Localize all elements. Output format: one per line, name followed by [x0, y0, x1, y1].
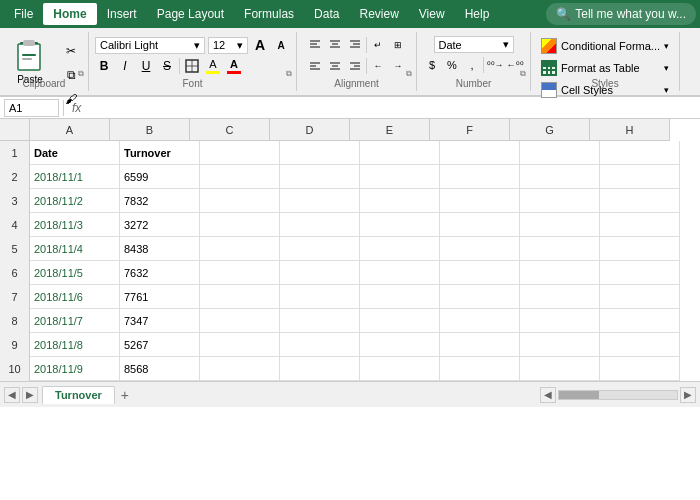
empty-cell[interactable] [360, 237, 440, 261]
empty-cell[interactable] [440, 165, 520, 189]
align-center-button[interactable] [326, 57, 344, 75]
empty-cell[interactable] [200, 285, 280, 309]
date-cell[interactable]: 2018/11/8 [30, 333, 120, 357]
tab-scroll-left[interactable]: ◀ [4, 387, 20, 403]
h-scrollbar[interactable] [558, 390, 678, 400]
empty-cell[interactable] [600, 309, 680, 333]
turnover-cell[interactable]: 7632 [120, 261, 200, 285]
col-header-h[interactable]: H [590, 119, 670, 141]
empty-cell[interactable] [440, 261, 520, 285]
empty-cell[interactable] [600, 357, 680, 381]
date-cell[interactable]: 2018/11/7 [30, 309, 120, 333]
font-color-button[interactable]: A [225, 57, 243, 75]
header-cell[interactable]: Turnover [120, 141, 200, 165]
col-header-d[interactable]: D [270, 119, 350, 141]
turnover-cell[interactable]: 7347 [120, 309, 200, 333]
col-header-a[interactable]: A [30, 119, 110, 141]
empty-cell[interactable] [280, 237, 360, 261]
date-cell[interactable]: 2018/11/6 [30, 285, 120, 309]
sheet-tab-turnover[interactable]: Turnover [42, 386, 115, 404]
row-number[interactable]: 7 [0, 285, 30, 309]
empty-cell[interactable] [600, 165, 680, 189]
empty-cell[interactable] [200, 357, 280, 381]
decrease-indent-button[interactable]: ← [369, 57, 387, 75]
empty-cell[interactable] [520, 261, 600, 285]
date-cell[interactable]: 2018/11/2 [30, 189, 120, 213]
menu-insert[interactable]: Insert [97, 3, 147, 25]
empty-cell[interactable] [440, 285, 520, 309]
menu-file[interactable]: File [4, 3, 43, 25]
empty-cell[interactable] [200, 141, 280, 165]
date-cell[interactable]: 2018/11/3 [30, 213, 120, 237]
empty-cell[interactable] [280, 189, 360, 213]
menu-formulas[interactable]: Formulas [234, 3, 304, 25]
empty-cell[interactable] [280, 333, 360, 357]
format-painter-button[interactable]: 🖌 [60, 88, 82, 110]
number-format-dropdown[interactable]: Date ▾ [434, 36, 514, 53]
empty-cell[interactable] [360, 261, 440, 285]
empty-cell[interactable] [200, 333, 280, 357]
empty-cell[interactable] [600, 237, 680, 261]
turnover-cell[interactable]: 3272 [120, 213, 200, 237]
empty-cell[interactable] [360, 165, 440, 189]
row-number[interactable]: 8 [0, 309, 30, 333]
italic-button[interactable]: I [116, 57, 134, 75]
menu-page-layout[interactable]: Page Layout [147, 3, 234, 25]
empty-cell[interactable] [360, 357, 440, 381]
align-left-button[interactable] [306, 57, 324, 75]
clipboard-expand[interactable]: ⧉ [76, 69, 86, 79]
tell-me-box[interactable]: 🔍 Tell me what you w... [546, 3, 696, 25]
row-number[interactable]: 4 [0, 213, 30, 237]
empty-cell[interactable] [600, 213, 680, 237]
empty-cell[interactable] [600, 261, 680, 285]
fill-color-button[interactable]: A [204, 57, 222, 75]
merge-center-button[interactable]: ⊞ [389, 36, 407, 54]
menu-home[interactable]: Home [43, 3, 96, 25]
empty-cell[interactable] [440, 357, 520, 381]
align-right-button[interactable] [346, 57, 364, 75]
col-header-g[interactable]: G [510, 119, 590, 141]
empty-cell[interactable] [520, 237, 600, 261]
empty-cell[interactable] [520, 333, 600, 357]
empty-cell[interactable] [360, 309, 440, 333]
empty-cell[interactable] [440, 213, 520, 237]
empty-cell[interactable] [440, 141, 520, 165]
empty-cell[interactable] [440, 333, 520, 357]
font-expand[interactable]: ⧉ [284, 69, 294, 79]
turnover-cell[interactable]: 8568 [120, 357, 200, 381]
number-expand[interactable]: ⧉ [518, 69, 528, 79]
underline-button[interactable]: U [137, 57, 155, 75]
empty-cell[interactable] [360, 333, 440, 357]
menu-view[interactable]: View [409, 3, 455, 25]
alignment-expand[interactable]: ⧉ [404, 69, 414, 79]
font-name-dropdown[interactable]: Calibri Light ▾ [95, 37, 205, 54]
menu-review[interactable]: Review [349, 3, 408, 25]
date-cell[interactable]: 2018/11/4 [30, 237, 120, 261]
conditional-formatting-button[interactable]: Conditional Forma... ▾ [537, 36, 673, 56]
col-header-c[interactable]: C [190, 119, 270, 141]
empty-cell[interactable] [280, 261, 360, 285]
col-header-e[interactable]: E [350, 119, 430, 141]
empty-cell[interactable] [440, 237, 520, 261]
align-top-center[interactable] [326, 36, 344, 54]
empty-cell[interactable] [200, 213, 280, 237]
date-cell[interactable]: 2018/11/9 [30, 357, 120, 381]
font-size-dropdown[interactable]: 12 ▾ [208, 37, 248, 54]
menu-help[interactable]: Help [455, 3, 500, 25]
font-shrink-button[interactable]: A [272, 36, 290, 54]
empty-cell[interactable] [600, 333, 680, 357]
empty-cell[interactable] [520, 189, 600, 213]
row-number[interactable]: 6 [0, 261, 30, 285]
empty-cell[interactable] [520, 285, 600, 309]
row-number[interactable]: 5 [0, 237, 30, 261]
font-grow-button[interactable]: A [251, 36, 269, 54]
percent-button[interactable]: % [443, 56, 461, 74]
row-number[interactable]: 2 [0, 165, 30, 189]
empty-cell[interactable] [520, 141, 600, 165]
comma-button[interactable]: , [463, 56, 481, 74]
row-number[interactable]: 10 [0, 357, 30, 381]
turnover-cell[interactable]: 7832 [120, 189, 200, 213]
empty-cell[interactable] [200, 261, 280, 285]
h-scroll-right[interactable]: ▶ [680, 387, 696, 403]
align-top-right[interactable] [346, 36, 364, 54]
